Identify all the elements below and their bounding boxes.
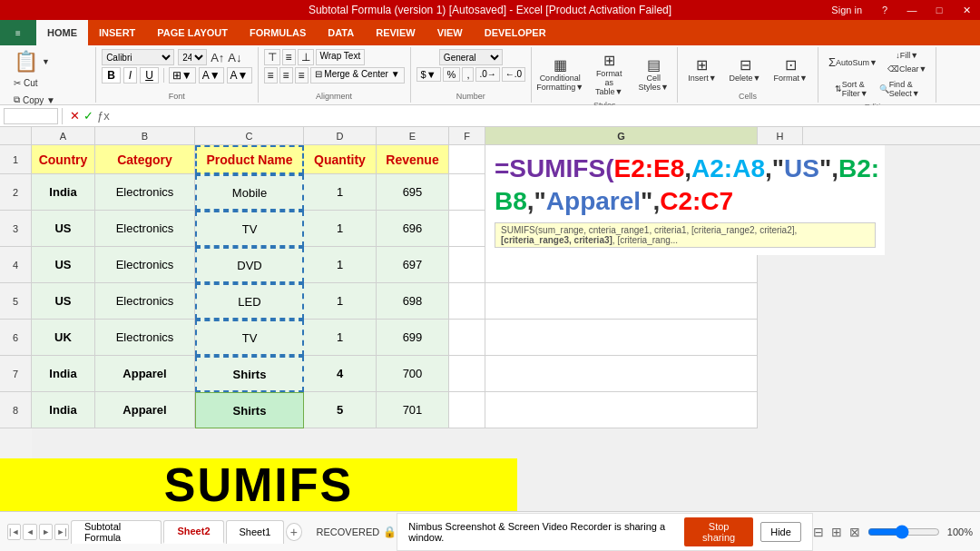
cell-B6[interactable]: Electronics	[95, 320, 195, 356]
cell-B5[interactable]: Electronics	[95, 283, 195, 320]
cell-B8[interactable]: Apparel	[95, 392, 195, 428]
cell-D2[interactable]: 1	[304, 174, 377, 211]
insert-function-icon[interactable]: ƒx	[97, 109, 110, 123]
font-grow-btn[interactable]: A↑	[211, 51, 224, 64]
cell-A7[interactable]: India	[32, 356, 95, 392]
col-header-A[interactable]: A	[32, 127, 95, 144]
cut-btn[interactable]: ✂Cut	[9, 75, 43, 91]
cell-F2[interactable]	[449, 174, 485, 211]
cancel-formula-icon[interactable]: ✕	[70, 109, 80, 123]
row-header-4[interactable]: 4	[0, 247, 32, 283]
row-header-1[interactable]: 1	[0, 145, 32, 174]
name-box[interactable]	[4, 108, 58, 124]
cell-D4[interactable]: 1	[304, 247, 377, 283]
cell-B2[interactable]: Electronics	[95, 174, 195, 211]
cell-F6[interactable]	[449, 320, 485, 356]
wrap-text-btn[interactable]: Wrap Text	[316, 49, 366, 65]
row-header-3[interactable]: 3	[0, 211, 32, 247]
align-bottom-btn[interactable]: ⊥	[298, 49, 314, 65]
sheet-nav-last[interactable]: ►|	[54, 524, 68, 540]
cell-F1[interactable]	[449, 145, 485, 174]
col-header-C[interactable]: C	[195, 127, 304, 144]
insert-btn[interactable]: ⊞ Insert▼	[683, 54, 720, 85]
align-left-btn[interactable]: ≡	[264, 67, 278, 84]
cell-G5[interactable]	[485, 283, 758, 320]
border-btn[interactable]: ⊞▼	[169, 67, 196, 84]
cell-F5[interactable]	[449, 283, 485, 320]
row-header-7[interactable]: 7	[0, 356, 32, 392]
cell-G7[interactable]	[485, 356, 758, 392]
paste-btn[interactable]: 📋 ▼	[9, 49, 54, 74]
cell-G6[interactable]	[485, 320, 758, 356]
cell-D7[interactable]: 4	[304, 356, 377, 392]
cell-F4[interactable]	[449, 247, 485, 283]
cell-B4[interactable]: Electronics	[95, 247, 195, 283]
add-sheet-btn[interactable]: +	[286, 523, 301, 541]
underline-btn[interactable]: U	[140, 67, 159, 84]
comma-btn[interactable]: ,	[462, 67, 474, 82]
row-header-8[interactable]: 8	[0, 392, 32, 428]
font-color-btn[interactable]: A▼	[227, 67, 252, 84]
hide-btn[interactable]: Hide	[760, 522, 801, 542]
sheet-nav-first[interactable]: |◄	[7, 524, 21, 540]
conditional-formatting-btn[interactable]: ▦ ConditionalFormatting▼	[537, 54, 583, 94]
sheet-tab-sheet1[interactable]: Sheet1	[226, 520, 285, 544]
excel-home-icon[interactable]: ≡	[0, 20, 36, 45]
tab-insert[interactable]: INSERT	[88, 20, 146, 45]
autosum-btn[interactable]: Σ AutoSum▼	[824, 53, 882, 72]
tab-page-layout[interactable]: PAGE LAYOUT	[146, 20, 239, 45]
select-all-btn[interactable]	[0, 127, 32, 144]
cell-F8[interactable]	[449, 392, 485, 428]
font-size-select[interactable]: 24	[178, 49, 207, 65]
merge-center-btn[interactable]: ⊟ Merge & Center ▼	[310, 67, 405, 84]
cell-B7[interactable]: Apparel	[95, 356, 195, 392]
col-header-B[interactable]: B	[95, 127, 195, 144]
format-btn[interactable]: ⊡ Format▼	[769, 54, 812, 85]
align-center-btn[interactable]: ≡	[279, 67, 293, 84]
delete-btn[interactable]: ⊟ Delete▼	[725, 54, 766, 85]
cell-A3[interactable]: US	[32, 211, 95, 247]
cell-A4[interactable]: US	[32, 247, 95, 283]
col-header-F[interactable]: F	[449, 127, 485, 144]
tab-developer[interactable]: DEVELOPER	[474, 20, 557, 45]
view-layout-icon[interactable]: ⊞	[831, 525, 842, 539]
format-as-table-btn[interactable]: ⊞ Format asTable▼	[586, 49, 632, 99]
zoom-slider[interactable]	[867, 525, 940, 539]
tab-home[interactable]: HOME	[36, 20, 88, 45]
cell-B1[interactable]: Category	[95, 145, 195, 174]
number-format-select[interactable]: General	[439, 49, 503, 65]
sign-in[interactable]: Sign in	[831, 5, 862, 15]
row-header-5[interactable]: 5	[0, 283, 32, 320]
sort-filter-btn[interactable]: ⇅Sort &Filter▼	[830, 77, 873, 101]
font-family-select[interactable]: Calibri	[102, 49, 174, 65]
font-shrink-btn[interactable]: A↓	[228, 51, 241, 64]
cell-C7[interactable]: Shirts	[195, 356, 304, 392]
cell-C5[interactable]: LED	[195, 283, 304, 320]
sheet-tab-sheet2[interactable]: Sheet2	[163, 520, 223, 544]
fill-btn[interactable]: ↓Fill▼	[884, 49, 930, 62]
cell-G8[interactable]	[485, 392, 758, 428]
cell-C4[interactable]: DVD	[195, 247, 304, 283]
align-top-btn[interactable]: ⊤	[264, 49, 280, 65]
find-select-btn[interactable]: 🔍Find &Select▼	[875, 77, 925, 101]
italic-btn[interactable]: I	[123, 67, 137, 84]
cell-D3[interactable]: 1	[304, 211, 377, 247]
percent-btn[interactable]: %	[443, 67, 461, 82]
cell-C8[interactable]: Shirts	[195, 392, 304, 428]
cell-A8[interactable]: India	[32, 392, 95, 428]
maximize-btn[interactable]: □	[926, 0, 953, 20]
cell-A6[interactable]: UK	[32, 320, 95, 356]
cell-E1[interactable]: Revenue	[377, 145, 449, 174]
col-header-D[interactable]: D	[304, 127, 377, 144]
cell-F3[interactable]	[449, 211, 485, 247]
cell-E6[interactable]: 699	[377, 320, 449, 356]
view-normal-icon[interactable]: ⊟	[813, 525, 824, 539]
minimize-btn[interactable]: —	[898, 0, 926, 20]
stop-sharing-btn[interactable]: Stop sharing	[684, 517, 753, 546]
sheet-nav-prev[interactable]: ◄	[23, 524, 36, 540]
decrease-decimal-btn[interactable]: ←.0	[502, 67, 525, 82]
cell-E8[interactable]: 701	[377, 392, 449, 428]
cell-C6[interactable]: TV	[195, 320, 304, 356]
help-btn[interactable]: ?	[871, 0, 898, 20]
cell-A5[interactable]: US	[32, 283, 95, 320]
